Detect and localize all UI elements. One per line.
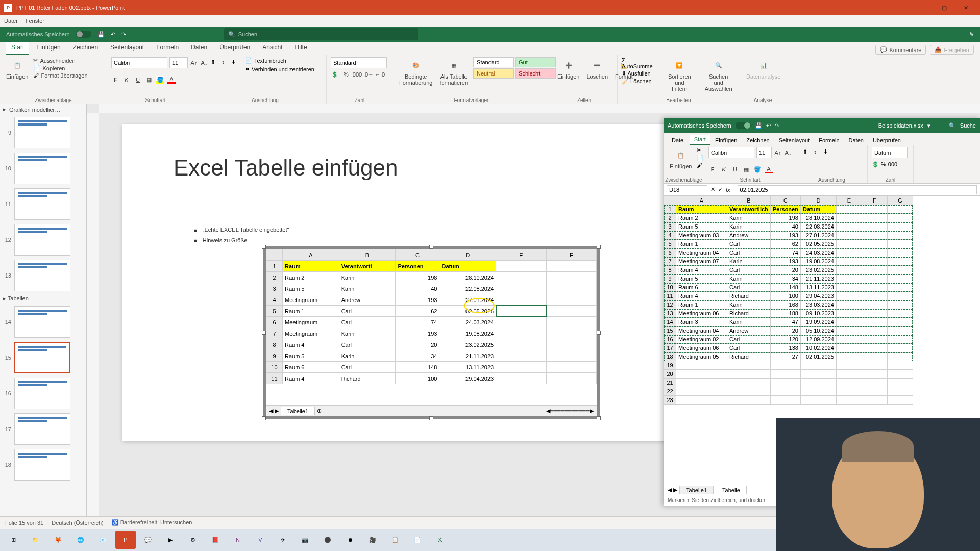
share-button[interactable]: 📤Freigeben bbox=[930, 45, 974, 55]
slide-thumb-15[interactable]: 15 bbox=[0, 340, 86, 375]
start-button[interactable]: ⊞ bbox=[3, 531, 23, 549]
fill-button[interactable]: ⬇ Ausfüllen bbox=[622, 70, 657, 77]
paste-button[interactable]: 📋Einfügen bbox=[4, 57, 30, 81]
excel-autosave-toggle[interactable] bbox=[736, 122, 751, 129]
currency-icon[interactable]: 💲 bbox=[331, 70, 339, 79]
tab-daten[interactable]: Daten bbox=[186, 41, 212, 55]
excel-taskbar-icon[interactable]: X bbox=[430, 531, 450, 549]
accessibility-check[interactable]: ♿ Barrierefreiheit: Untersuchen bbox=[112, 519, 192, 526]
dec-decimal-icon[interactable]: ←.0 bbox=[376, 70, 384, 79]
wrap-text-button[interactable]: 📄Textumbruch bbox=[245, 57, 314, 64]
italic-icon[interactable]: K bbox=[122, 76, 131, 84]
tab-seitenlayout[interactable]: Seitenlayout bbox=[105, 41, 149, 55]
onenote-icon[interactable]: N bbox=[228, 531, 248, 549]
save-icon[interactable]: 💾 bbox=[97, 31, 105, 38]
panel-section-2[interactable]: ▸ Tabellen bbox=[0, 293, 86, 304]
tab-einfuegen[interactable]: Einfügen bbox=[31, 41, 65, 55]
undo-icon[interactable]: ↶ bbox=[111, 31, 115, 38]
tab-formeln[interactable]: Formeln bbox=[151, 41, 184, 55]
menu-fenster[interactable]: Fenster bbox=[26, 18, 44, 24]
app-icon-6[interactable]: 📄 bbox=[407, 531, 428, 549]
excel-tab-start[interactable]: Start bbox=[690, 135, 710, 145]
app-icon-2[interactable]: 📕 bbox=[205, 531, 226, 549]
app-icon-5[interactable]: 📋 bbox=[385, 531, 405, 549]
excel-painter-icon[interactable]: 🖌 bbox=[697, 162, 704, 168]
percent-icon[interactable]: % bbox=[342, 70, 350, 79]
insert-cells-button[interactable]: ➕Einfügen bbox=[555, 57, 581, 81]
excel-paste-button[interactable]: 📋Einfügen bbox=[668, 147, 694, 170]
maximize-button[interactable]: ▢ bbox=[934, 1, 954, 15]
cond-format-button[interactable]: 🎨Bedingte Formatierung bbox=[397, 57, 434, 87]
sort-filter-button[interactable]: 🔽Sortieren und Filtern bbox=[660, 57, 698, 93]
slide-title[interactable]: Excel Tabelle einfügen bbox=[174, 155, 398, 181]
slide-canvas[interactable]: Excel Tabelle einfügen „Echte EXCEL Tabe… bbox=[122, 124, 684, 441]
style-schlecht[interactable]: Schlecht bbox=[515, 68, 556, 79]
explorer-icon[interactable]: 📁 bbox=[26, 531, 46, 549]
slide-thumb-11[interactable]: 11 bbox=[0, 186, 86, 222]
embedded-table[interactable]: ABCDEF1RaumVerantwortlPersonenDatum2Raum… bbox=[266, 249, 597, 384]
excel-copy-icon[interactable]: 📄 bbox=[697, 155, 704, 161]
format-painter-button[interactable]: 🖌 Format übertragen bbox=[33, 72, 87, 79]
excel-size-combo[interactable]: 11 bbox=[756, 147, 772, 158]
obs-icon[interactable]: ⚫ bbox=[317, 531, 338, 549]
align-middle-icon[interactable]: ↕ bbox=[218, 57, 228, 66]
slide-thumb-17[interactable]: 17 bbox=[0, 411, 86, 447]
excel-search-icon[interactable]: 🔍 bbox=[949, 122, 956, 129]
number-format-combo[interactable]: Standard bbox=[331, 57, 387, 68]
zoom-icon[interactable]: 🎥 bbox=[362, 531, 383, 549]
slide-thumb-16[interactable]: 16 bbox=[0, 375, 86, 411]
slide-panel[interactable]: ▸ Grafiken modellier… 910111213▸ Tabelle… bbox=[0, 104, 87, 536]
align-center-icon[interactable]: ≡ bbox=[218, 67, 228, 77]
comma-icon[interactable]: 000 bbox=[353, 70, 361, 79]
tab-ueberpruefen[interactable]: Überprüfen bbox=[214, 41, 255, 55]
align-left-icon[interactable]: ≡ bbox=[208, 67, 217, 77]
firefox-icon[interactable]: 🦊 bbox=[48, 531, 68, 549]
telegram-icon[interactable]: ✈ bbox=[273, 531, 293, 549]
slide-thumb-9[interactable]: 9 bbox=[0, 115, 86, 151]
excel-sheet-2[interactable]: Tabelle bbox=[716, 486, 747, 494]
tab-zeichnen[interactable]: Zeichnen bbox=[68, 41, 103, 55]
excel-numfmt-combo[interactable]: Datum bbox=[872, 147, 908, 158]
chrome-icon[interactable]: 🌐 bbox=[70, 531, 91, 549]
vlc-icon[interactable]: ▶ bbox=[160, 531, 181, 549]
excel-tab-einfuegen[interactable]: Einfügen bbox=[711, 136, 741, 145]
copy-button[interactable]: 📄 Kopieren bbox=[33, 65, 87, 71]
excel-tab-zeichnen[interactable]: Zeichnen bbox=[742, 136, 773, 145]
excel-tab-seitenlayout[interactable]: Seitenlayout bbox=[775, 136, 814, 145]
underline-icon[interactable]: U bbox=[134, 76, 142, 84]
redo-icon[interactable]: ↷ bbox=[121, 31, 126, 38]
excel-tab-datei[interactable]: Datei bbox=[668, 136, 689, 145]
slide-thumb-12[interactable]: 12 bbox=[0, 222, 86, 258]
increase-font-icon[interactable]: A↑ bbox=[190, 59, 198, 67]
cut-button[interactable]: ✂ Ausschneiden bbox=[33, 57, 87, 64]
ribbon-collapse-icon[interactable]: ✎ bbox=[969, 31, 974, 38]
excel-grid[interactable]: ABCDEFG1RaumVerantwortlichPersonenDatum2… bbox=[664, 196, 913, 405]
data-analysis-button[interactable]: 📊Datenanalyse bbox=[744, 57, 782, 81]
slide-thumb-10[interactable]: 10 bbox=[0, 151, 86, 186]
tab-ansicht[interactable]: Ansicht bbox=[257, 41, 287, 55]
excel-formula-input[interactable]: 02.01.2025 bbox=[738, 185, 977, 194]
visio-icon[interactable]: V bbox=[250, 531, 271, 549]
close-button[interactable]: ✕ bbox=[955, 1, 976, 15]
slide-thumb-13[interactable]: 13 bbox=[0, 258, 86, 293]
excel-tab-ueberpruefen[interactable]: Überprüfen bbox=[869, 136, 905, 145]
slide-thumb-18[interactable]: 18 bbox=[0, 447, 86, 483]
minimize-button[interactable]: ─ bbox=[913, 1, 933, 15]
excel-save-icon[interactable]: 💾 bbox=[755, 122, 762, 129]
powerpoint-taskbar-icon[interactable]: P bbox=[115, 531, 136, 549]
excel-cancel-icon[interactable]: ✕ bbox=[710, 186, 715, 193]
font-size-combo[interactable]: 11 bbox=[169, 57, 188, 68]
align-bottom-icon[interactable]: ⬇ bbox=[229, 57, 238, 66]
sheet-tab-1[interactable]: Tabelle1 bbox=[281, 407, 315, 415]
app-icon-4[interactable]: ⏺ bbox=[340, 531, 360, 549]
tab-start[interactable]: Start bbox=[6, 41, 29, 55]
autosum-button[interactable]: Σ AutoSumme bbox=[622, 57, 657, 69]
border-icon[interactable]: ▦ bbox=[145, 76, 153, 84]
search-box[interactable]: 🔍 Suchen bbox=[224, 28, 418, 40]
add-sheet-icon[interactable]: ⊕ bbox=[317, 408, 322, 414]
comments-button[interactable]: 💬Kommentare bbox=[875, 45, 926, 55]
find-select-button[interactable]: 🔍Suchen und Auswählen bbox=[701, 57, 736, 93]
tab-hilfe[interactable]: Hilfe bbox=[290, 41, 312, 55]
settings-icon[interactable]: ⚙ bbox=[183, 531, 203, 549]
excel-undo-icon[interactable]: ↶ bbox=[766, 122, 771, 129]
